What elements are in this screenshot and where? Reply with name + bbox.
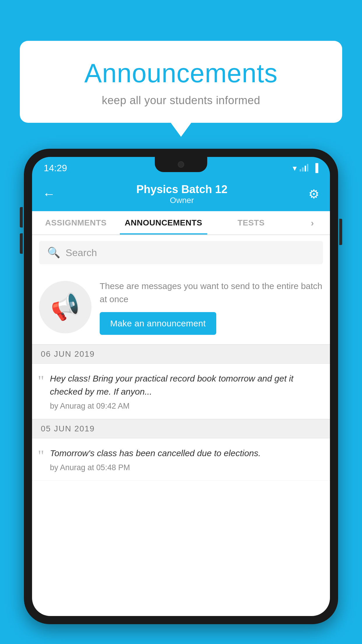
speech-bubble-card: Announcements keep all your students inf…: [20, 41, 342, 123]
settings-icon[interactable]: ⚙: [308, 187, 319, 201]
megaphone-icon: 📢: [48, 290, 83, 324]
app-bar-subtitle: Owner: [136, 196, 228, 205]
tabs-container: ASSIGNMENTS ANNOUNCEMENTS TESTS ›: [32, 211, 330, 235]
make-announcement-button[interactable]: Make an announcement: [100, 312, 216, 335]
tab-announcements[interactable]: ANNOUNCEMENTS: [120, 211, 208, 235]
signal-icon: [300, 164, 308, 172]
app-bar: ← Physics Batch 12 Owner ⚙: [32, 177, 330, 211]
search-bar[interactable]: 🔍 Search: [39, 241, 323, 264]
search-icon: 🔍: [47, 246, 60, 259]
status-icons: ▾ ▐: [293, 163, 318, 173]
quote-icon-1: ": [38, 372, 44, 411]
status-time: 14:29: [44, 163, 67, 174]
phone-outer: 14:29 ▾ ▐ ← Physics Batch 12 Owner ⚙: [24, 149, 338, 624]
volume-down-button: [20, 233, 23, 254]
main-title: Announcements: [31, 58, 331, 88]
announcement-content-1: Hey class! Bring your practical record b…: [50, 372, 322, 411]
power-button: [339, 219, 342, 245]
tab-tests[interactable]: TESTS: [207, 211, 295, 235]
announcement-meta-1: by Anurag at 09:42 AM: [50, 402, 322, 411]
tab-assignments[interactable]: ASSIGNMENTS: [32, 211, 120, 235]
main-subtitle: keep all your students informed: [31, 94, 331, 107]
date-label-2: 05 JUN 2019: [41, 424, 95, 433]
announcement-promo: 📢 These are messages you want to send to…: [32, 270, 330, 344]
speech-bubble-section: Announcements keep all your students inf…: [20, 41, 342, 123]
announcement-content-2: Tomorrow's class has been cancelled due …: [50, 447, 322, 472]
promo-description: These are messages you want to send to t…: [100, 279, 323, 306]
date-label-1: 06 JUN 2019: [41, 349, 95, 358]
announcement-meta-2: by Anurag at 05:48 PM: [50, 463, 322, 472]
announcement-item-1[interactable]: " Hey class! Bring your practical record…: [32, 364, 330, 419]
battery-icon: ▐: [312, 163, 318, 173]
date-separator-1: 06 JUN 2019: [32, 344, 330, 364]
announcement-text-2: Tomorrow's class has been cancelled due …: [50, 447, 322, 460]
date-separator-2: 05 JUN 2019: [32, 419, 330, 438]
tab-more[interactable]: ›: [295, 211, 330, 235]
phone-screen: ← Physics Batch 12 Owner ⚙ ASSIGNMENTS A…: [32, 177, 330, 616]
announcement-item-2[interactable]: " Tomorrow's class has been cancelled du…: [32, 438, 330, 481]
announcement-text-1: Hey class! Bring your practical record b…: [50, 372, 322, 398]
phone-mockup: 14:29 ▾ ▐ ← Physics Batch 12 Owner ⚙: [24, 149, 338, 644]
app-bar-title-group: Physics Batch 12 Owner: [136, 183, 228, 205]
app-bar-title: Physics Batch 12: [136, 183, 228, 196]
camera: [178, 161, 184, 168]
wifi-icon: ▾: [293, 163, 297, 173]
volume-up-button: [20, 207, 23, 228]
quote-icon-2: ": [38, 447, 44, 472]
promo-content: These are messages you want to send to t…: [100, 279, 323, 335]
promo-icon-circle: 📢: [39, 281, 92, 333]
back-button[interactable]: ←: [43, 187, 55, 201]
search-placeholder: Search: [66, 247, 97, 258]
phone-notch: [155, 157, 207, 172]
search-container: 🔍 Search: [32, 235, 330, 270]
